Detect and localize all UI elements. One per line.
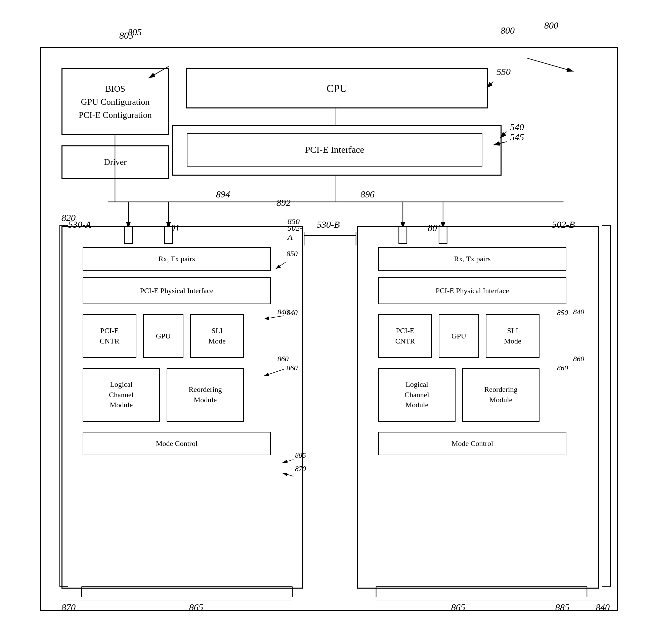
pcie-phys-label-left: PCI-E Physical Interface bbox=[140, 286, 214, 296]
pcie-interface-box: PCI-E Interface bbox=[187, 133, 482, 167]
gpu-label-right: GPU bbox=[451, 331, 466, 341]
gpu-label-left: GPU bbox=[156, 331, 171, 341]
ref-545: 545 bbox=[510, 132, 524, 143]
gpu-box-left: GPU bbox=[143, 314, 183, 358]
ref-850-right: 850 bbox=[557, 308, 568, 317]
sli-label-right: SLI Mode bbox=[504, 326, 521, 347]
bios-line1: BIOS bbox=[105, 82, 125, 95]
reorder-box-left: Reordering Module bbox=[167, 368, 244, 422]
ref-860-right: 860 bbox=[557, 364, 568, 372]
reorder-label-left: Reordering Module bbox=[189, 384, 222, 405]
gpu-card-right: Rx, Tx pairs PCI-E Physical Interface PC… bbox=[357, 226, 599, 589]
logical-label-right: Logical Channel Module bbox=[404, 379, 429, 410]
sli-label-left: SLI Mode bbox=[208, 326, 225, 347]
ref-530B: 530-B bbox=[317, 219, 340, 230]
ref-870-left: 870 bbox=[295, 464, 306, 473]
ref-800: 800 bbox=[544, 20, 558, 31]
pcie-phys-label-right: PCI-E Physical Interface bbox=[436, 286, 509, 296]
bios-line2: GPU Configuration bbox=[81, 95, 149, 108]
ref-885-left: 885 bbox=[295, 451, 306, 460]
reorder-label-right: Reordering Module bbox=[484, 384, 518, 405]
rx-tx-label-left: Rx, Tx pairs bbox=[159, 254, 195, 264]
sli-box-right: SLI Mode bbox=[486, 314, 540, 358]
ref-840-bottom: 840 bbox=[596, 602, 610, 613]
ref-896: 896 bbox=[360, 189, 375, 200]
pcie-phys-box-right: PCI-E Physical Interface bbox=[378, 277, 566, 304]
ref-805-label: 805 bbox=[119, 30, 133, 41]
rx-tx-label-right: Rx, Tx pairs bbox=[454, 254, 491, 264]
ref-540: 540 bbox=[510, 122, 524, 133]
cpu-box: CPU bbox=[186, 68, 488, 108]
rx-tx-box-left: Rx, Tx pairs bbox=[83, 247, 271, 271]
bios-line3: PCI-E Configuration bbox=[79, 108, 152, 122]
pcie-phys-box-left: PCI-E Physical Interface bbox=[83, 277, 271, 304]
ref-840-left: 840 bbox=[287, 308, 298, 317]
outer-box-800: BIOS GPU Configuration PCI-E Configurati… bbox=[40, 47, 618, 611]
gpu-card-left: 850 502-A Rx, Tx pairs PCI-E Physical In… bbox=[61, 226, 303, 589]
pcie-cntr-label-left: PCI-E CNTR bbox=[100, 326, 120, 347]
logical-box-left: Logical Channel Module bbox=[83, 368, 160, 422]
ref-840-right-inner: 840 bbox=[573, 308, 584, 316]
ref-894: 894 bbox=[216, 189, 230, 200]
svg-line-31 bbox=[527, 58, 574, 72]
ref-550: 550 bbox=[497, 66, 511, 77]
ref-800-label: 800 bbox=[501, 25, 515, 36]
ref-502A: 502-A bbox=[288, 224, 302, 242]
ref-860-left: 860 bbox=[287, 364, 298, 372]
mode-control-box-left: Mode Control bbox=[83, 432, 271, 455]
ref-892: 892 bbox=[276, 197, 291, 208]
ref-885-bottom: 885 bbox=[555, 602, 569, 613]
ref-860-left-inner: 860 bbox=[277, 355, 289, 363]
mode-control-label-left: Mode Control bbox=[156, 439, 198, 449]
pcie-cntr-box-right: PCI-E CNTR bbox=[378, 314, 432, 358]
chipset-outer-540: PCI-E Interface bbox=[172, 125, 502, 176]
sli-box-left: SLI Mode bbox=[190, 314, 244, 358]
driver-box: Driver bbox=[61, 145, 169, 179]
pcie-cntr-box-left: PCI-E CNTR bbox=[83, 314, 136, 358]
mode-control-box-right: Mode Control bbox=[378, 432, 566, 455]
reorder-box-right: Reordering Module bbox=[462, 368, 540, 422]
ref-850-left-phys: 850 bbox=[287, 249, 298, 258]
cpu-label: CPU bbox=[327, 82, 347, 95]
ref-865-left-bottom: 865 bbox=[189, 602, 203, 613]
ref-860-right-inner: 860 bbox=[573, 355, 584, 363]
logical-box-right: Logical Channel Module bbox=[378, 368, 456, 422]
logical-label-left: Logical Channel Module bbox=[109, 379, 133, 410]
bios-box: BIOS GPU Configuration PCI-E Configurati… bbox=[61, 68, 169, 135]
driver-label: Driver bbox=[104, 157, 127, 167]
pcie-cntr-label-right: PCI-E CNTR bbox=[395, 326, 415, 347]
ref-870-bottom: 870 bbox=[61, 602, 76, 613]
rx-tx-box-right: Rx, Tx pairs bbox=[378, 247, 566, 271]
ref-865-right-bottom: 865 bbox=[451, 602, 465, 613]
gpu-box-right: GPU bbox=[439, 314, 479, 358]
mode-control-label-right: Mode Control bbox=[451, 439, 493, 449]
pcie-interface-label: PCI-E Interface bbox=[305, 144, 364, 155]
